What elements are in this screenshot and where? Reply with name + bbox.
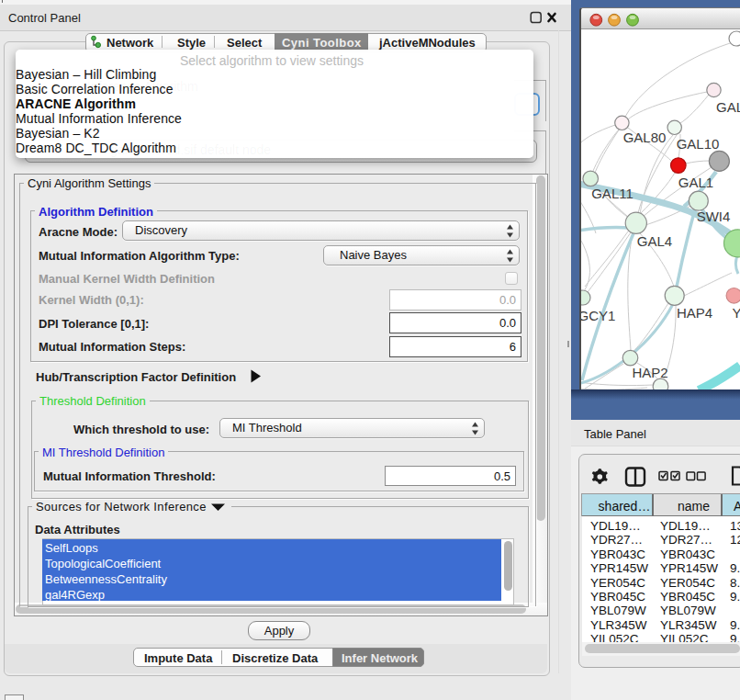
svg-text:GAL10: GAL10	[677, 136, 720, 152]
svg-text:GAL2: GAL2	[716, 99, 740, 115]
svg-text:GAL4: GAL4	[637, 233, 672, 249]
svg-text:HAP4: HAP4	[677, 305, 712, 321]
svg-text:GCY1: GCY1	[581, 308, 615, 323]
svg-text:GAL80: GAL80	[623, 130, 667, 145]
svg-text:GAL1: GAL1	[678, 175, 713, 190]
svg-text:Y: Y	[733, 305, 740, 321]
svg-text:SWI4: SWI4	[697, 209, 731, 224]
svg-text:GAL11: GAL11	[591, 186, 633, 201]
svg-text:HAP2: HAP2	[632, 365, 667, 380]
